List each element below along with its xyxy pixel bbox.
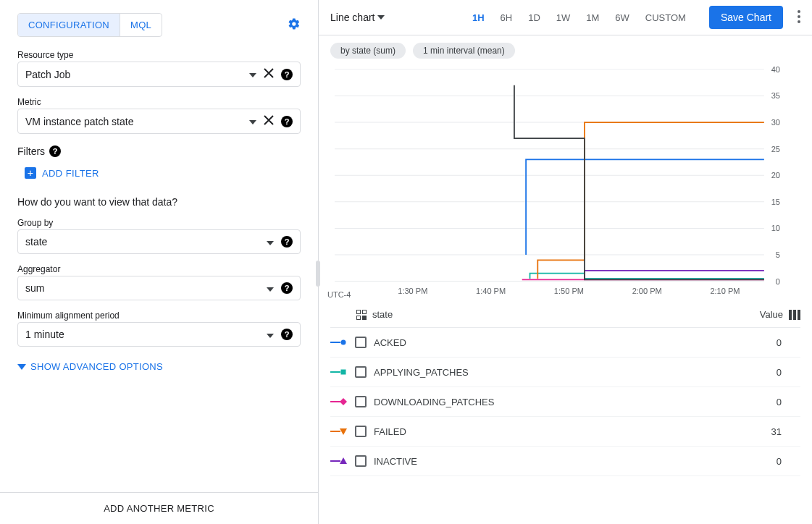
chevron-down-icon[interactable] xyxy=(249,116,256,127)
aggregator-label: Aggregator xyxy=(17,264,301,274)
clear-icon[interactable] xyxy=(264,68,274,80)
svg-text:2:00 PM: 2:00 PM xyxy=(632,287,662,295)
series-checkbox[interactable] xyxy=(355,455,367,467)
series-name: APPLYING_PATCHES xyxy=(374,367,738,378)
series-value: 0 xyxy=(738,397,782,407)
gear-icon[interactable] xyxy=(288,17,301,33)
chevron-down-icon[interactable] xyxy=(267,237,274,248)
series-value: 0 xyxy=(738,367,782,378)
time-range-1w[interactable]: 1W xyxy=(549,8,578,28)
svg-text:0: 0 xyxy=(776,277,780,286)
resource-type-value: Patch Job xyxy=(25,69,249,80)
svg-point-1 xyxy=(798,15,800,18)
chevron-down-icon xyxy=(17,364,26,370)
alignment-label: Minimum alignment period xyxy=(17,310,301,321)
series-value: 0 xyxy=(738,337,782,348)
value-column-header[interactable]: Value xyxy=(740,309,783,320)
svg-text:1:40 PM: 1:40 PM xyxy=(476,287,506,295)
tab-mql[interactable]: MQL xyxy=(120,14,162,36)
state-column-header[interactable]: state xyxy=(372,309,393,320)
series-marker-icon xyxy=(330,457,348,465)
columns-icon[interactable] xyxy=(789,310,800,320)
aggregator-value: sum xyxy=(25,282,267,294)
time-range-1d[interactable]: 1D xyxy=(521,8,548,28)
chart-panel: Line chart 1H6H1D1W1M6WCUSTOM Save Chart… xyxy=(319,0,812,524)
series-checkbox[interactable] xyxy=(355,337,367,348)
more-options-icon[interactable] xyxy=(798,10,800,25)
clear-icon[interactable] xyxy=(264,115,274,127)
series-marker-icon xyxy=(330,368,348,376)
help-icon[interactable]: ? xyxy=(281,116,293,127)
add-filter-button[interactable]: + ADD FILTER xyxy=(25,167,99,179)
legend-row[interactable]: DOWNLOADING_PATCHES 0 xyxy=(330,387,800,417)
series-value: 31 xyxy=(738,426,782,437)
svg-point-2 xyxy=(798,20,800,23)
series-marker-icon xyxy=(330,338,348,347)
time-range-6h[interactable]: 6H xyxy=(493,8,520,28)
legend-row[interactable]: FAILED 31 xyxy=(330,417,800,447)
series-checkbox[interactable] xyxy=(355,426,367,437)
chart-canvas[interactable]: 05101520253035401:30 PM1:40 PM1:50 PM2:0… xyxy=(319,62,812,302)
resource-type-select[interactable]: Patch Job ? xyxy=(17,62,301,87)
series-marker-icon xyxy=(330,397,348,406)
show-advanced-toggle[interactable]: SHOW ADVANCED OPTIONS xyxy=(17,361,301,372)
alignment-select[interactable]: 1 minute ? xyxy=(17,322,301,347)
help-icon[interactable]: ? xyxy=(281,236,293,248)
svg-text:20: 20 xyxy=(771,171,780,179)
series-marker-icon xyxy=(330,427,348,436)
series-value: 0 xyxy=(738,456,782,467)
chevron-down-icon[interactable] xyxy=(267,283,274,294)
svg-text:15: 15 xyxy=(771,198,780,206)
metric-select[interactable]: VM instance patch state ? xyxy=(17,109,301,134)
chart-type-select[interactable]: Line chart xyxy=(330,12,385,23)
svg-text:40: 40 xyxy=(771,66,780,74)
chart-chip[interactable]: by state (sum) xyxy=(330,43,406,59)
svg-text:1:50 PM: 1:50 PM xyxy=(554,287,584,295)
time-range-1m[interactable]: 1M xyxy=(579,8,606,28)
svg-text:2:10 PM: 2:10 PM xyxy=(710,287,740,295)
save-chart-button[interactable]: Save Chart xyxy=(709,6,783,29)
alignment-value: 1 minute xyxy=(25,329,267,340)
svg-text:10: 10 xyxy=(771,224,780,232)
chevron-down-icon[interactable] xyxy=(249,69,256,80)
legend-row[interactable]: ACKED 0 xyxy=(330,328,800,358)
config-tabs: CONFIGURATION MQL xyxy=(17,13,162,37)
time-range-1h[interactable]: 1H xyxy=(465,8,492,28)
chart-topbar: Line chart 1H6H1D1W1M6WCUSTOM Save Chart xyxy=(319,0,812,35)
filters-header: Filters ? xyxy=(17,145,301,157)
plus-icon: + xyxy=(25,167,36,179)
display-mode-icon[interactable] xyxy=(356,310,367,320)
svg-text:5: 5 xyxy=(776,250,780,259)
metric-label: Metric xyxy=(17,97,301,107)
help-icon[interactable]: ? xyxy=(281,329,293,340)
metric-value: VM instance patch state xyxy=(25,116,249,127)
time-range-custom[interactable]: CUSTOM xyxy=(638,8,693,28)
series-checkbox[interactable] xyxy=(355,366,367,378)
add-another-metric-button[interactable]: ADD ANOTHER METRIC xyxy=(0,492,318,524)
view-question: How do you want to view that data? xyxy=(17,196,301,208)
chart-chips: by state (sum)1 min interval (mean) xyxy=(319,35,812,62)
chevron-down-icon[interactable] xyxy=(267,329,274,340)
tab-configuration[interactable]: CONFIGURATION xyxy=(18,14,120,36)
series-name: ACKED xyxy=(374,337,738,348)
legend-row[interactable]: APPLYING_PATCHES 0 xyxy=(330,358,800,387)
help-icon[interactable]: ? xyxy=(49,145,61,157)
series-name: INACTIVE xyxy=(374,456,738,467)
series-name: DOWNLOADING_PATCHES xyxy=(374,397,738,407)
time-range-picker: 1H6H1D1W1M6WCUSTOM xyxy=(465,8,693,28)
svg-point-27 xyxy=(341,340,346,345)
group-by-select[interactable]: state ? xyxy=(17,229,301,254)
help-icon[interactable]: ? xyxy=(281,282,293,294)
aggregator-select[interactable]: sum ? xyxy=(17,276,301,300)
help-icon[interactable]: ? xyxy=(281,69,293,80)
group-by-value: state xyxy=(25,236,267,248)
series-checkbox[interactable] xyxy=(355,396,367,407)
svg-point-0 xyxy=(798,10,800,13)
legend-header: state Value xyxy=(330,302,800,328)
group-by-label: Group by xyxy=(17,218,301,228)
time-range-6w[interactable]: 6W xyxy=(608,8,637,28)
svg-rect-29 xyxy=(341,370,346,375)
legend-row[interactable]: INACTIVE 0 xyxy=(330,447,800,476)
series-name: FAILED xyxy=(374,426,738,437)
chart-chip[interactable]: 1 min interval (mean) xyxy=(413,43,515,59)
